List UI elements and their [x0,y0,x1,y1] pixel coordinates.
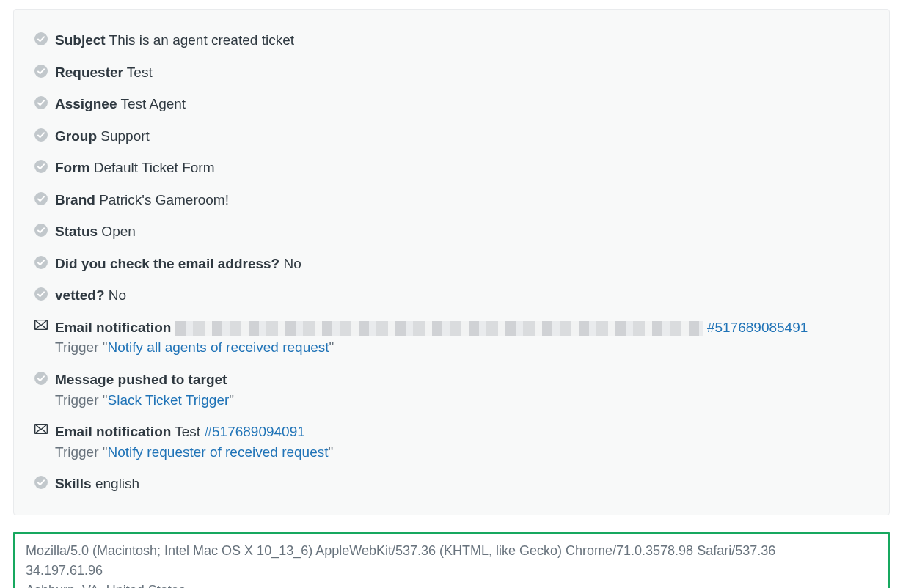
svg-point-6 [34,224,48,237]
field-value: No [284,256,301,271]
field-value: Default Ticket Form [94,160,215,175]
check-icon [34,221,55,237]
trigger-line: Trigger "Notify requester of received re… [55,442,869,463]
client-info-highlight: Mozilla/5.0 (Macintosh; Intel Mac OS X 1… [13,532,890,588]
user-agent: Mozilla/5.0 (Macintosh; Intel Mac OS X 1… [26,541,877,561]
field-label: Group [55,128,97,144]
mail-icon [34,422,55,434]
row-vetted: vetted? No [34,281,869,313]
field-label: Subject [55,32,106,48]
check-icon [34,254,55,269]
check-icon [34,126,55,142]
svg-point-2 [34,96,48,109]
trigger-line: Trigger "Slack Ticket Trigger" [55,390,869,411]
field-label: Email notification [55,424,171,439]
field-value: This is an agent created ticket [109,32,294,48]
ip-address: 34.197.61.96 [26,561,877,581]
row-form: Form Default Ticket Form [34,153,869,185]
field-label: Status [55,224,98,239]
svg-point-8 [34,287,48,301]
recipient-name: Test [175,424,200,439]
svg-point-12 [34,476,48,489]
check-icon [34,94,55,109]
check-icon [34,62,55,78]
row-skills: Skills english [34,469,869,501]
ticket-link[interactable]: #517689094091 [204,424,304,439]
svg-point-5 [34,192,48,205]
svg-point-0 [34,32,48,45]
svg-point-10 [34,372,48,385]
field-label: Assignee [55,96,117,111]
field-label: Message pushed to target [55,372,227,387]
redacted-recipient [175,321,703,336]
svg-point-3 [34,128,48,142]
svg-point-4 [34,160,48,173]
check-icon [34,190,55,205]
row-subject: Subject This is an agent created ticket [34,26,869,58]
field-label: vetted? [55,287,105,303]
row-group: Group Support [34,122,869,154]
field-label: Form [55,160,90,175]
field-label: Requester [55,65,123,80]
svg-point-7 [34,256,48,269]
row-email-notification-1: Email notification #517689085491 Trigger… [34,313,869,365]
check-icon [34,474,55,489]
ticket-link[interactable]: #517689085491 [707,320,808,335]
row-requester: Requester Test [34,58,869,90]
ticket-audit-panel: Subject This is an agent created ticket … [13,9,890,515]
row-assignee: Assignee Test Agent [34,89,869,122]
check-icon [34,285,55,301]
field-label: Skills [55,476,92,491]
field-value: No [109,287,126,303]
trigger-line: Trigger "Notify all agents of received r… [55,337,869,358]
field-value: Test [127,65,153,80]
field-label: Email notification [55,320,171,335]
field-label: Did you check the email address? [55,256,279,271]
row-message-pushed: Message pushed to target Trigger "Slack … [34,365,869,417]
row-status: Status Open [34,217,869,249]
field-value: english [95,476,139,491]
field-label: Brand [55,192,95,207]
row-brand: Brand Patrick's Gameroom! [34,185,869,218]
field-value: Open [101,224,135,239]
svg-point-1 [34,65,48,78]
row-email-notification-2: Email notification Test #517689094091 Tr… [34,417,869,469]
trigger-link[interactable]: Notify all agents of received request [108,339,329,355]
trigger-link[interactable]: Slack Ticket Trigger [108,392,230,408]
check-icon [34,158,55,173]
field-value: Support [100,128,150,144]
geo-location: Ashburn, VA, United States [26,581,877,588]
field-value: Test Agent [120,96,186,111]
field-value: Patrick's Gameroom! [99,192,229,207]
mail-icon [34,317,55,330]
check-icon [34,30,55,45]
check-icon [34,370,55,385]
trigger-link[interactable]: Notify requester of received request [108,444,329,460]
row-email-check: Did you check the email address? No [34,249,869,282]
